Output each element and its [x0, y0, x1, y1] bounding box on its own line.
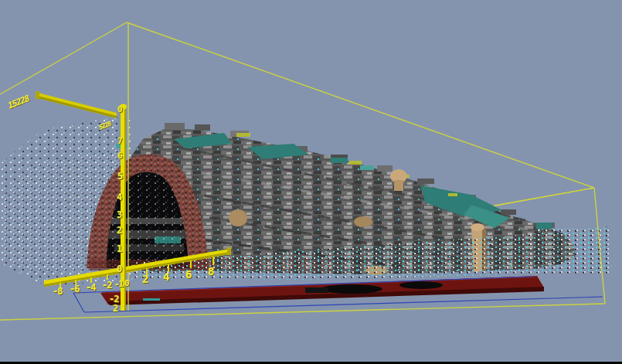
3d-viewport[interactable]: 076543210-22-8-6-4-2-102468152285228	[0, 0, 622, 364]
voxel-scene-canvas	[0, 0, 622, 364]
